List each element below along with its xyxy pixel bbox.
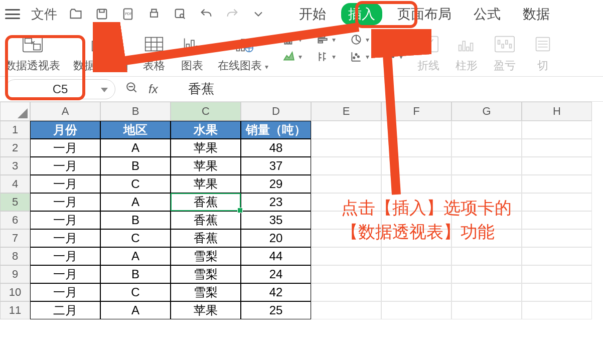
cell-A1[interactable]: 月份 — [30, 121, 100, 139]
cell-H11[interactable] — [522, 301, 592, 319]
cell-C10[interactable]: 雪梨 — [171, 283, 241, 301]
tab-page-layout[interactable]: 页面布局 — [390, 3, 459, 25]
cell-H5[interactable] — [522, 193, 592, 211]
spreadsheet-grid[interactable]: ABCDEFGH1月份地区水果销量（吨）2一月A苹果483一月B苹果374一月C… — [0, 102, 603, 319]
cell-E11[interactable] — [311, 301, 381, 319]
row-header-3[interactable]: 3 — [0, 157, 30, 175]
cell-H4[interactable] — [522, 175, 592, 193]
table-button[interactable]: 表格 — [141, 33, 167, 73]
cell-F11[interactable] — [381, 301, 451, 319]
cell-H8[interactable] — [522, 247, 592, 265]
formula-input[interactable]: 香蕉 — [168, 80, 598, 98]
cell-A6[interactable]: 一月 — [30, 211, 100, 229]
cell-C3[interactable]: 苹果 — [171, 157, 241, 175]
cell-D9[interactable]: 24 — [241, 265, 311, 283]
cell-H6[interactable] — [522, 211, 592, 229]
cell-H10[interactable] — [522, 283, 592, 301]
tab-formulas[interactable]: 公式 — [467, 3, 508, 25]
cell-E3[interactable] — [311, 157, 381, 175]
preview-icon[interactable] — [173, 7, 188, 22]
fx-label[interactable]: fx — [148, 82, 158, 96]
cell-D3[interactable]: 37 — [241, 157, 311, 175]
radar-chart-btn[interactable]: ▾ — [382, 33, 403, 46]
cell-B11[interactable]: A — [100, 301, 171, 319]
cell-F1[interactable] — [381, 121, 451, 139]
cell-D6[interactable]: 35 — [241, 211, 311, 229]
cell-A8[interactable]: 一月 — [30, 247, 100, 265]
cell-C7[interactable]: 香蕉 — [171, 229, 241, 247]
row-header-11[interactable]: 11 — [0, 301, 30, 319]
sparkline-winloss-button[interactable]: 盈亏 — [492, 33, 517, 73]
cell-C1[interactable]: 水果 — [171, 121, 241, 139]
cell-F9[interactable] — [381, 265, 451, 283]
row-header-10[interactable]: 10 — [0, 283, 30, 301]
more-charts-btn[interactable]: ▾ — [382, 50, 403, 63]
pivot-chart-button[interactable]: 数据透视图 — [73, 33, 128, 73]
row-header-5[interactable]: 5 — [0, 193, 30, 211]
cell-C6[interactable]: 香蕉 — [171, 211, 241, 229]
cell-B5[interactable]: A — [100, 193, 171, 211]
cell-B9[interactable]: B — [100, 265, 171, 283]
cell-G8[interactable] — [451, 247, 522, 265]
cell-C2[interactable]: 苹果 — [171, 139, 241, 157]
cell-H3[interactable] — [522, 157, 592, 175]
cell-A7[interactable]: 一月 — [30, 229, 100, 247]
cell-A2[interactable]: 一月 — [30, 139, 100, 157]
cell-A11[interactable]: 二月 — [30, 301, 100, 319]
cell-F10[interactable] — [381, 283, 451, 301]
col-header-D[interactable]: D — [241, 102, 311, 121]
cell-E8[interactable] — [311, 247, 381, 265]
cell-G4[interactable] — [451, 175, 522, 193]
name-box[interactable]: C5 — [5, 79, 115, 99]
cell-D8[interactable]: 44 — [241, 247, 311, 265]
cell-H9[interactable] — [522, 265, 592, 283]
row-header-2[interactable]: 2 — [0, 139, 30, 157]
cell-E1[interactable] — [311, 121, 381, 139]
online-chart-button[interactable]: 在线图表 ▾ — [218, 33, 268, 73]
cell-B7[interactable]: C — [100, 229, 171, 247]
more-dropdown-icon[interactable] — [251, 7, 266, 22]
undo-icon[interactable] — [199, 7, 214, 22]
cell-B2[interactable]: A — [100, 139, 171, 157]
col-chart-btn[interactable]: ▾ — [281, 33, 302, 46]
cell-H2[interactable] — [522, 139, 592, 157]
cell-A5[interactable]: 一月 — [30, 193, 100, 211]
cell-H7[interactable] — [522, 229, 592, 247]
tab-home[interactable]: 开始 — [292, 3, 333, 25]
menu-icon[interactable] — [5, 9, 20, 19]
row-header-9[interactable]: 9 — [0, 265, 30, 283]
row-header-8[interactable]: 8 — [0, 247, 30, 265]
col-header-G[interactable]: G — [451, 102, 522, 121]
col-header-C[interactable]: C — [171, 102, 241, 121]
row-header-1[interactable]: 1 — [0, 121, 30, 139]
pdf-icon[interactable]: PDF — [120, 7, 135, 22]
cell-F3[interactable] — [381, 157, 451, 175]
cell-F4[interactable] — [381, 175, 451, 193]
cell-F8[interactable] — [381, 247, 451, 265]
cell-C8[interactable]: 雪梨 — [171, 247, 241, 265]
col-header-E[interactable]: E — [311, 102, 381, 121]
cell-D2[interactable]: 48 — [241, 139, 311, 157]
sparkline-col-button[interactable]: 柱形 — [454, 33, 479, 73]
cell-G10[interactable] — [451, 283, 522, 301]
area-chart-btn[interactable]: ▾ — [281, 50, 302, 63]
cell-E4[interactable] — [311, 175, 381, 193]
cell-B8[interactable]: A — [100, 247, 171, 265]
cell-E2[interactable] — [311, 139, 381, 157]
redo-icon[interactable] — [225, 7, 240, 22]
cell-C4[interactable]: 苹果 — [171, 175, 241, 193]
cell-C9[interactable]: 雪梨 — [171, 265, 241, 283]
cell-E10[interactable] — [311, 283, 381, 301]
cell-D1[interactable]: 销量（吨） — [241, 121, 311, 139]
cell-B4[interactable]: C — [100, 175, 171, 193]
scatter-chart-btn[interactable]: ▾ — [349, 50, 369, 63]
cell-A3[interactable]: 一月 — [30, 157, 100, 175]
col-header-F[interactable]: F — [381, 102, 451, 121]
cell-G9[interactable] — [451, 265, 522, 283]
save-icon[interactable] — [94, 7, 109, 22]
cell-G11[interactable] — [451, 301, 522, 319]
tab-insert[interactable]: 插入 — [341, 3, 382, 25]
cell-B6[interactable]: B — [100, 211, 171, 229]
cell-A9[interactable]: 一月 — [30, 265, 100, 283]
cell-B10[interactable]: C — [100, 283, 171, 301]
